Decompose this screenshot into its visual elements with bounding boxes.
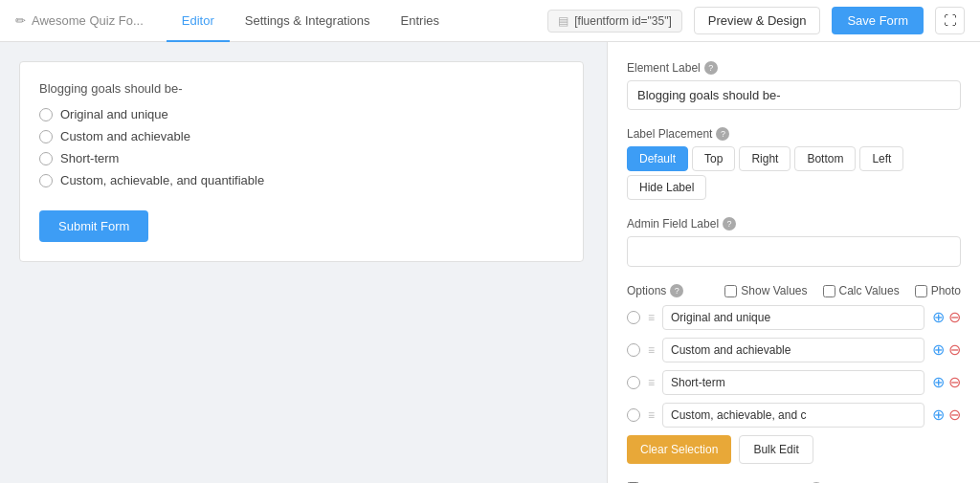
options-header: Options ? Show Values Calc Values Photo <box>627 284 961 297</box>
photo-label[interactable]: Photo <box>915 284 961 297</box>
options-right: Show Values Calc Values Photo <box>724 284 961 297</box>
option-row-1: ≡ ⊕ ⊖ <box>627 338 961 362</box>
action-row: Clear Selection Bulk Edit <box>627 435 961 464</box>
options-label: Options ? <box>627 284 683 297</box>
edit-icon: ✏ <box>15 13 26 28</box>
option-input-2[interactable] <box>662 370 924 395</box>
admin-field-label-input[interactable] <box>627 236 961 267</box>
element-label-section: Element Label ? <box>627 61 961 110</box>
option-label-1: Custom and achievable <box>60 129 190 143</box>
list-item: Original and unique <box>39 107 564 121</box>
placement-group: Default Top Right Bottom Left Hide Label <box>627 146 961 200</box>
tab-settings[interactable]: Settings & Integrations <box>230 0 386 42</box>
option-remove-2[interactable]: ⊖ <box>948 375 961 390</box>
form-question: Blogging goals should be- <box>39 81 564 96</box>
calc-values-checkbox[interactable] <box>823 285 835 297</box>
option-add-3[interactable]: ⊕ <box>932 407 945 423</box>
clear-selection-button[interactable]: Clear Selection <box>627 435 731 464</box>
placement-right[interactable]: Right <box>739 146 791 171</box>
bulk-edit-button[interactable]: Bulk Edit <box>739 435 813 464</box>
tab-editor[interactable]: Editor <box>167 0 230 42</box>
label-placement-info-icon[interactable]: ? <box>716 127 729 141</box>
shortcode-badge[interactable]: ▤ [fluentform id="35"] <box>547 10 682 33</box>
fullscreen-button[interactable]: ⛶ <box>935 7 965 34</box>
admin-field-label-section: Admin Field Label ? <box>627 217 961 267</box>
element-label-input[interactable] <box>627 80 961 110</box>
option-row-3: ≡ ⊕ ⊖ <box>627 403 961 428</box>
placement-default[interactable]: Default <box>627 146 688 171</box>
drag-handle-2[interactable]: ≡ <box>648 376 655 389</box>
option-radio-2 <box>627 376 640 389</box>
placement-left[interactable]: Left <box>859 146 903 171</box>
option-row-0: ≡ ⊕ ⊖ <box>627 305 961 330</box>
options-section: Options ? Show Values Calc Values Photo <box>627 284 961 464</box>
option-label-3: Custom, achievable, and quantifiable <box>60 173 264 187</box>
nav-brand: ✏ Awesome Quiz Fo... <box>15 13 144 28</box>
option-row-2: ≡ ⊕ ⊖ <box>627 370 961 395</box>
nav-tabs: Editor Settings & Integrations Entries <box>167 0 547 41</box>
option-radio-1 <box>627 343 640 357</box>
calc-values-label[interactable]: Calc Values <box>823 284 900 297</box>
drag-handle-1[interactable]: ≡ <box>648 343 655 357</box>
option-add-2[interactable]: ⊕ <box>932 375 945 390</box>
admin-field-label-info-icon[interactable]: ? <box>723 217 736 231</box>
right-panel: Element Label ? Label Placement ? Defaul… <box>607 42 980 483</box>
option-remove-1[interactable]: ⊖ <box>948 342 961 358</box>
top-nav: ✏ Awesome Quiz Fo... Editor Settings & I… <box>0 0 980 42</box>
placement-bottom[interactable]: Bottom <box>794 146 856 171</box>
options-info-icon[interactable]: ? <box>670 284 683 297</box>
option-actions-0: ⊕ ⊖ <box>932 310 961 325</box>
option-input-3[interactable] <box>662 403 924 428</box>
radio-circle-1 <box>39 130 53 143</box>
option-input-0[interactable] <box>662 305 924 330</box>
option-add-1[interactable]: ⊕ <box>932 342 945 358</box>
option-actions-3: ⊕ ⊖ <box>932 407 961 423</box>
list-item: Custom and achievable <box>39 129 564 143</box>
admin-field-label-label: Admin Field Label ? <box>627 217 961 231</box>
radio-circle-0 <box>39 108 53 121</box>
save-button[interactable]: Save Form <box>832 7 924 34</box>
option-remove-3[interactable]: ⊖ <box>948 407 961 423</box>
label-placement-section: Label Placement ? Default Top Right Bott… <box>627 127 961 200</box>
list-item: Short-term <box>39 151 564 165</box>
editor-area: Blogging goals should be- Original and u… <box>0 42 607 483</box>
placement-hide[interactable]: Hide Label <box>627 175 706 200</box>
option-label-0: Original and unique <box>60 107 168 121</box>
placement-top[interactable]: Top <box>692 146 735 171</box>
label-placement-label: Label Placement ? <box>627 127 961 141</box>
shortcode-text: [fluentform id="35"] <box>574 14 672 28</box>
photo-checkbox[interactable] <box>915 285 927 297</box>
option-radio-3 <box>627 408 640 422</box>
option-input-1[interactable] <box>662 338 924 362</box>
drag-handle-3[interactable]: ≡ <box>648 408 655 422</box>
element-label-info-icon[interactable]: ? <box>704 61 718 75</box>
option-remove-0[interactable]: ⊖ <box>948 310 961 325</box>
shortcode-icon: ▤ <box>558 14 568 28</box>
element-label-label: Element Label ? <box>627 61 961 75</box>
option-label-2: Short-term <box>60 151 119 165</box>
submit-button[interactable]: Submit Form <box>39 210 148 242</box>
main-layout: Blogging goals should be- Original and u… <box>0 42 980 483</box>
option-actions-1: ⊕ ⊖ <box>932 342 961 358</box>
form-preview: Blogging goals should be- Original and u… <box>19 61 584 262</box>
option-add-0[interactable]: ⊕ <box>932 310 945 325</box>
option-radio-0 <box>627 311 640 324</box>
nav-right: ▤ [fluentform id="35"] Preview & Design … <box>547 7 965 34</box>
show-values-checkbox[interactable] <box>724 285 737 297</box>
brand-name: Awesome Quiz Fo... <box>32 13 144 28</box>
tab-entries[interactable]: Entries <box>386 0 455 42</box>
show-values-label[interactable]: Show Values <box>724 284 807 297</box>
drag-handle-0[interactable]: ≡ <box>648 311 655 324</box>
radio-circle-2 <box>39 152 53 165</box>
list-item: Custom, achievable, and quantifiable <box>39 173 564 187</box>
radio-circle-3 <box>39 174 53 187</box>
option-actions-2: ⊕ ⊖ <box>932 375 961 390</box>
preview-button[interactable]: Preview & Design <box>694 7 821 34</box>
